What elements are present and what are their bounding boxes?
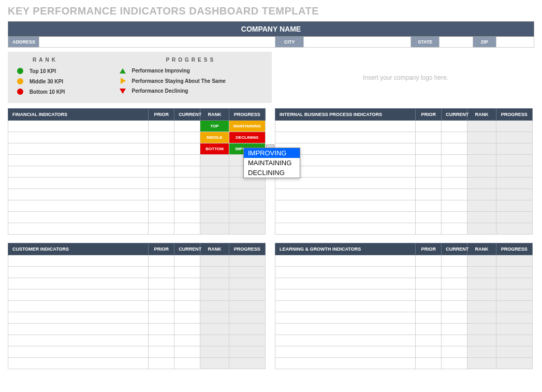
progress-same-label: Performance Staying About The Same (132, 78, 226, 84)
table-row: MIDDLEDECLINING (8, 132, 266, 143)
table-row (275, 346, 533, 358)
table-row (8, 155, 266, 166)
table-row (275, 212, 533, 223)
col-rank: RANK (200, 109, 229, 121)
table-row (275, 312, 533, 324)
progress-legend-head: PROGRESS (120, 57, 263, 63)
table-row (8, 267, 266, 278)
company-name-bar: COMPANY NAME (8, 21, 534, 37)
table-row (8, 166, 266, 178)
table-row (275, 358, 533, 369)
learning-header: LEARNING & GROWTH INDICATORS (275, 243, 416, 255)
internal-header: INTERNAL BUSINESS PROCESS INDICATORS (275, 109, 416, 121)
table-row: TOPMAINTAINING (8, 121, 266, 132)
table-row (275, 223, 533, 235)
address-row: ADDRESS CITY STATE ZIP (8, 37, 534, 48)
customer-quad: CUSTOMER INDICATORS PRIOR CURRENT RANK P… (8, 243, 266, 369)
table-row (275, 166, 533, 178)
table-row (8, 278, 266, 289)
table-row (8, 178, 266, 189)
customer-header: CUSTOMER INDICATORS (8, 243, 149, 255)
table-row (8, 335, 266, 346)
col-progress: PROGRESS (229, 109, 265, 121)
state-input[interactable] (440, 37, 473, 47)
table-row (275, 255, 533, 267)
progress-dropdown[interactable]: IMPROVING MAINTAINING DECLINING (243, 148, 300, 178)
rank-cell[interactable]: TOP (200, 121, 229, 132)
dropdown-option[interactable]: MAINTAINING (244, 158, 300, 168)
triangle-right-icon (121, 78, 126, 84)
progress-improving-label: Performance Improving (132, 68, 190, 74)
state-label: STATE (411, 37, 440, 47)
city-label: CITY (275, 37, 304, 47)
table-row (8, 346, 266, 358)
table-row (8, 223, 266, 235)
rank-cell[interactable]: MIDDLE (200, 132, 229, 143)
table-row (8, 301, 266, 312)
table-row (8, 312, 266, 324)
page-title: KEY PERFORMANCE INDICATORS DASHBOARD TEM… (8, 5, 534, 17)
table-row (8, 189, 266, 200)
table-row: BOTTOMIMPROVING (8, 143, 266, 155)
table-row (275, 301, 533, 312)
zip-input[interactable] (496, 37, 534, 47)
dot-amber-icon (17, 78, 23, 84)
table-row (8, 212, 266, 223)
table-row (275, 155, 533, 166)
progress-cell[interactable]: DECLINING (229, 132, 265, 143)
table-row (275, 189, 533, 200)
rank-top-label: Top 10 KPI (30, 68, 56, 74)
table-row (275, 289, 533, 301)
table-row (275, 200, 533, 212)
table-row (275, 278, 533, 289)
address-label: ADDRESS (8, 37, 39, 47)
table-row (275, 121, 533, 132)
rank-cell[interactable]: BOTTOM (200, 143, 229, 155)
table-row (8, 200, 266, 212)
triangle-down-icon (120, 89, 126, 94)
table-row (275, 143, 533, 155)
zip-label: ZIP (473, 37, 496, 47)
table-row (275, 324, 533, 335)
rank-mid-label: Middle 30 KPI (30, 79, 63, 84)
col-current: CURRENT (174, 109, 200, 121)
dropdown-option[interactable]: DECLINING (244, 168, 300, 178)
dot-red-icon (17, 89, 23, 95)
table-row (275, 335, 533, 346)
table-row (8, 289, 266, 301)
table-row (275, 132, 533, 143)
city-input[interactable] (304, 37, 411, 47)
progress-declining-label: Performance Declining (132, 88, 188, 94)
dropdown-option[interactable]: IMPROVING (244, 148, 300, 158)
legend-box: RANK Top 10 KPI Middle 30 KPI Bottom 10 … (8, 52, 272, 103)
table-row (8, 324, 266, 335)
internal-quad: INTERNAL BUSINESS PROCESS INDICATORS PRI… (275, 108, 533, 235)
dot-green-icon (17, 68, 23, 74)
financial-header: FINANCIAL INDICATORS (8, 109, 149, 121)
table-row (8, 358, 266, 369)
financial-quad: FINANCIAL INDICATORS PRIOR CURRENT RANK … (8, 108, 266, 235)
table-row (275, 267, 533, 278)
table-row (8, 255, 266, 267)
table-row (275, 178, 533, 189)
triangle-up-icon (120, 68, 126, 74)
progress-cell[interactable]: MAINTAINING (229, 121, 265, 132)
col-prior: PRIOR (149, 109, 174, 121)
learning-quad: LEARNING & GROWTH INDICATORS PRIOR CURRE… (275, 243, 533, 369)
logo-placeholder[interactable]: Insert your company logo here. (277, 52, 534, 103)
address-input[interactable] (39, 37, 275, 47)
rank-bot-label: Bottom 10 KPI (30, 89, 65, 95)
rank-legend-head: RANK (17, 57, 120, 63)
